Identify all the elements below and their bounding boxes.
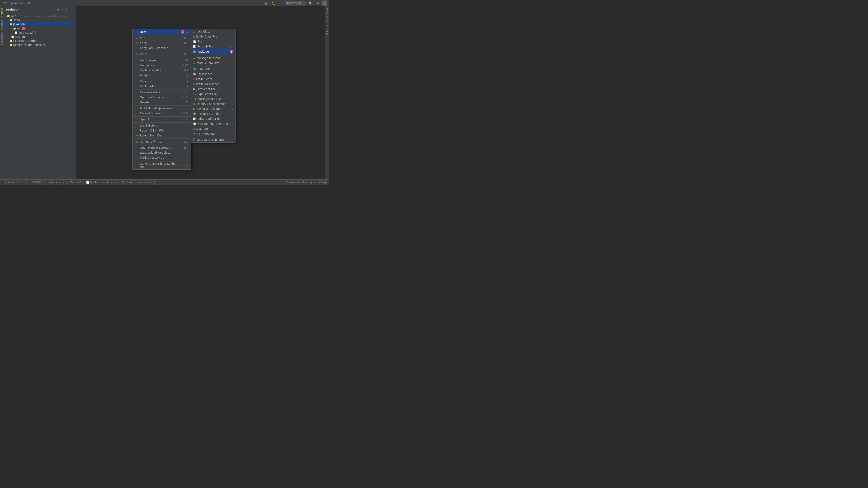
sub-item-kotlin-class[interactable]: K Kotlin Class/File	[191, 34, 236, 39]
sub-icon-editorconfig: 📝	[193, 118, 196, 121]
ctx-item-load-unload[interactable]: Load/Unload Modules...	[133, 150, 191, 155]
sub-icon-http-request: ↗	[193, 132, 195, 135]
sub-item-module-info[interactable]: ☕ module-info.java	[191, 61, 236, 66]
ctx-item-copy-path[interactable]: Copy Path/Reference...	[133, 46, 191, 51]
sub-item-resource-bundle[interactable]: 📦 Resource Bundle	[191, 111, 236, 116]
ctx-sep-1	[133, 35, 191, 35]
search-icon[interactable]: 🔍	[308, 1, 313, 5]
content-area[interactable]: New 2 ▸ ✂ Cut ⌘X ⎘ Copy ⌘C Copy Path/Ref…	[76, 6, 325, 180]
icon-todo: ☑	[31, 181, 34, 184]
ctx-item-open-in[interactable]: Open In ▸	[133, 117, 191, 122]
sub-item-package-info[interactable]: ☕ package-info.java	[191, 56, 236, 61]
breadcrumb-src[interactable]: src	[27, 2, 31, 5]
breadcrumb-java[interactable]: java	[2, 2, 7, 5]
sub-item-swing[interactable]: 🖼 Swing UI Designer ▸	[191, 106, 236, 111]
ctx-item-delete[interactable]: Delete... ⌫	[133, 100, 191, 105]
panel-tool-collapse[interactable]: ≡	[61, 8, 64, 11]
sub-item-scratch-file[interactable]: 📝 Scratch File ⇧⌘N	[191, 44, 236, 49]
ctx-item-repair-ide[interactable]: Repair IDE on File	[133, 128, 191, 133]
panel-tool-settings[interactable]: ⚙	[65, 8, 69, 11]
ctx-sep-7	[133, 116, 191, 117]
ctx-item-build-module[interactable]: Build Module 'java-core'	[133, 106, 191, 111]
ctx-item-copy[interactable]: ⎘ Copy ⌘C	[133, 41, 191, 46]
tab-profiler[interactable]: 📊 Profiler	[84, 180, 101, 186]
sub-item-kotlin-script[interactable]: K Kotlin Script	[191, 76, 236, 82]
panel-tool-scroll[interactable]: ⊞	[56, 8, 60, 11]
ctx-item-paste[interactable]: ⎗ Paste ⌘V	[133, 52, 191, 57]
sub-item-javascript[interactable]: JS JavaScript File	[191, 87, 236, 92]
sub-item-http-request[interactable]: ↗ HTTP Request	[191, 131, 236, 136]
tab-auto-build[interactable]: ⚡ Auto-build	[134, 180, 155, 186]
ctx-item-refactor[interactable]: Refactor ▸	[133, 79, 191, 84]
sub-item-package-json[interactable]: {} package.json File	[191, 96, 236, 101]
ctx-item-reformat[interactable]: Reformat Code ⌥⌘L	[133, 90, 191, 95]
sub-item-package[interactable]: 📦 Package 3	[191, 49, 236, 55]
tree-item-external-libs[interactable]: ▸ 📁 External Libraries	[4, 39, 76, 43]
sub-item-html[interactable]: 🌐 HTML File	[191, 67, 236, 72]
tab-problems[interactable]: ⚠ Problems	[44, 180, 64, 186]
ctx-item-rebuild[interactable]: Rebuild '<default>' ⇧⌘F9	[133, 111, 191, 116]
ctx-item-cut[interactable]: ✂ Cut ⌘X	[133, 36, 191, 41]
sidebar-tab-database[interactable]: Database	[326, 23, 329, 36]
tab-todo[interactable]: ☑ TODO	[29, 180, 44, 186]
current-file-button[interactable]: Current File ▾	[285, 1, 306, 5]
settings-icon[interactable]: ⚙	[315, 1, 320, 5]
ctx-item-find-in-files[interactable]: Find in Files... ⇧⌘F	[133, 63, 191, 68]
tab-services[interactable]: ⚙ Services	[101, 180, 119, 186]
ctx-item-replace-in-files[interactable]: Replace in Files... ⇧⌘R	[133, 68, 191, 73]
run-icon[interactable]: ▶	[264, 1, 269, 5]
tree-item-java-iml[interactable]: 📄 java.iml	[4, 35, 76, 39]
tree-item-idea[interactable]: ▸ 📁 .idea	[4, 18, 76, 22]
ctx-item-reload-disk[interactable]: ↺ Reload from Disk	[133, 133, 191, 138]
submenu-new: ☕ Java Class K Kotlin Class/File 📄 File …	[191, 29, 236, 142]
tab-terminal[interactable]: >_ Terminal	[64, 180, 83, 186]
sub-item-file[interactable]: 📄 File	[191, 39, 236, 44]
sub-icon-java-class: ☕	[193, 30, 195, 33]
sub-item-stylesheet[interactable]: 🎨 Stylesheet	[191, 72, 236, 76]
badge-src: 1	[22, 27, 26, 30]
sidebar-tab-structure[interactable]: Structure	[0, 19, 4, 31]
sub-arrow-swing: ▸	[232, 108, 233, 110]
panel-dropdown-icon[interactable]: ▾	[18, 8, 19, 11]
sub-item-typescript[interactable]: TS TypeScript File	[191, 92, 236, 96]
title-bar-right: ▶ 🐛 ← Current File ▾ 🔍 ⚙	[264, 0, 327, 6]
debug-icon[interactable]: 🐛	[270, 1, 276, 5]
ctx-item-compare[interactable]: ⇄ Compare With... ⌘D	[133, 139, 191, 144]
ctx-item-open-module[interactable]: Open Module Settings ⌘↓	[133, 145, 191, 150]
ctx-item-convert-kotlin[interactable]: Convert Java File to Kotlin File ⌥⇧⌘K	[133, 161, 191, 169]
ctx-item-local-history[interactable]: Local History ▸	[133, 123, 191, 128]
sub-item-java-class[interactable]: ☕ Java Class	[191, 29, 236, 34]
panel-tool-close[interactable]: —	[70, 8, 74, 11]
sub-item-xml-config[interactable]: 📄 XML Configuration File ▸	[191, 121, 236, 126]
tree-item-java[interactable]: ▾ 📁 java ~/Documents/projects/java/ittim…	[4, 14, 76, 18]
sidebar-tab-notifications[interactable]: Notifications	[326, 7, 329, 23]
ctx-item-new[interactable]: New 2 ▸	[133, 29, 191, 35]
ctx-item-find-usages[interactable]: Find Usages ⌥F7	[133, 58, 191, 63]
file-icon-java-iml: 📄	[11, 35, 14, 38]
avatar[interactable]	[322, 0, 327, 6]
file-icon-java-core-iml: 📄	[15, 31, 18, 34]
ctx-item-bookmarks[interactable]: Bookmarks ▸	[133, 84, 191, 89]
tree-area[interactable]: ▾ 📁 java ~/Documents/projects/java/ittim…	[4, 13, 76, 180]
breadcrumb-java-core[interactable]: java-core	[11, 2, 24, 5]
ctx-item-analyze[interactable]: Analyze ▸	[133, 73, 191, 78]
sub-item-kotlin-worksheet[interactable]: K Kotlin Worksheet	[191, 82, 236, 87]
ctx-sep-9	[133, 138, 191, 139]
sidebar-tab-project[interactable]: Project	[0, 7, 4, 18]
tree-item-java-core-iml[interactable]: 📄 java-core.iml	[4, 31, 76, 35]
sub-item-editorconfig[interactable]: 📝 EditorConfig File	[191, 116, 236, 121]
sub-item-datasource[interactable]: 🗄 Data Source in Path	[191, 137, 236, 142]
chevron-src: ▾	[11, 27, 12, 30]
sub-icon-kotlin-worksheet: K	[193, 83, 195, 86]
sidebar-tab-bookmarks[interactable]: Bookmarks	[0, 31, 4, 46]
tree-item-scratches[interactable]: ▸ 📁 Scratches and Consoles	[4, 43, 76, 47]
back-icon[interactable]: ←	[278, 1, 283, 5]
sub-item-diagram[interactable]: ◇ Diagram ▸	[191, 126, 236, 131]
tree-item-src[interactable]: ▾ 📁 src 1	[4, 26, 76, 31]
sub-item-openapi[interactable]: ⚙ OpenAPI Specification	[191, 101, 236, 106]
ctx-item-mark-dir[interactable]: Mark Directory as ▸	[133, 155, 191, 160]
tab-build[interactable]: 🔨 Build	[119, 180, 134, 186]
tree-item-java-core[interactable]: ▾ 📁 java-core	[4, 22, 76, 26]
ctx-item-optimize[interactable]: Optimize Imports ^⌥O	[133, 95, 191, 100]
tab-version-control[interactable]: ⎇ Version Control	[2, 180, 29, 186]
